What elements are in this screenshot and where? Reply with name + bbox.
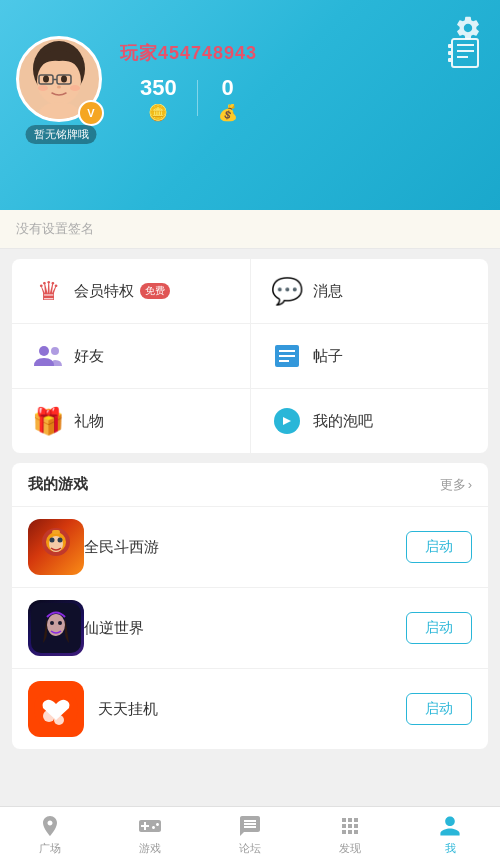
menu-row-2: 好友 帖子 (12, 324, 488, 389)
message-label: 消息 (313, 282, 343, 301)
svg-point-19 (51, 347, 59, 355)
signature-bar[interactable]: 没有设置签名 (0, 210, 500, 249)
menu-card: ♛ 会员特权 免费 💬 消息 好友 (12, 259, 488, 453)
menu-item-friends[interactable]: 好友 (12, 324, 250, 388)
game2-thumb (28, 600, 84, 656)
money-icon: 💰 (218, 103, 238, 122)
svg-point-38 (54, 715, 64, 725)
svg-point-10 (39, 102, 79, 119)
coin-icon: 🪙 (148, 103, 168, 122)
game-item-2: 仙逆世界 启动 (12, 588, 488, 669)
friends-icon (32, 340, 64, 372)
game-item-1: 全民斗西游 启动 (12, 507, 488, 588)
games-title: 我的游戏 (28, 475, 88, 494)
game1-thumb (28, 519, 84, 575)
game3-launch-btn[interactable]: 启动 (406, 693, 472, 725)
signature-text: 没有设置签名 (16, 221, 94, 236)
game-item-3: m 天天挂机 启动 (12, 669, 488, 749)
games-section: 我的游戏 更多 › 全民斗西游 启动 (12, 463, 488, 749)
stats-row: 350 🪙 0 💰 (120, 75, 484, 122)
username: 玩家454748943 (120, 41, 484, 65)
gift-icon: 🎁 (32, 405, 64, 437)
nav-item-plaza[interactable]: 广场 (0, 807, 100, 862)
svg-point-5 (43, 76, 49, 83)
chat-icon: 💬 (271, 275, 303, 307)
vip-badge: V (78, 100, 104, 126)
menu-item-message[interactable]: 💬 消息 (250, 259, 489, 323)
svg-rect-17 (448, 58, 453, 62)
svg-rect-31 (52, 530, 60, 534)
game1-launch-btn[interactable]: 启动 (406, 531, 472, 563)
free-badge: 免费 (140, 283, 170, 299)
posts-icon (271, 340, 303, 372)
svg-point-9 (70, 85, 80, 91)
svg-rect-16 (448, 51, 453, 55)
menu-row-1: ♛ 会员特权 免费 💬 消息 (12, 259, 488, 324)
menu-item-posts[interactable]: 帖子 (250, 324, 489, 388)
game2-name: 仙逆世界 (84, 619, 406, 638)
nav-forum-label: 论坛 (239, 841, 261, 856)
friends-label: 好友 (74, 347, 104, 366)
nav-plaza-label: 广场 (39, 841, 61, 856)
vip-label: 会员特权 (74, 282, 134, 301)
game1-name: 全民斗西游 (84, 538, 406, 557)
coins-stat: 350 🪙 (120, 75, 197, 122)
crown-icon: ♛ (32, 275, 64, 307)
more-link[interactable]: 更多 › (440, 476, 472, 494)
money-stat: 0 💰 (198, 75, 258, 122)
menu-item-vip[interactable]: ♛ 会员特权 免费 (12, 259, 250, 323)
svg-point-7 (57, 86, 61, 89)
no-badge-label: 暂无铭牌哦 (26, 125, 97, 144)
svg-rect-11 (452, 39, 478, 67)
svg-point-35 (58, 621, 62, 625)
bubble-icon (271, 405, 303, 437)
svg-rect-15 (448, 44, 453, 48)
games-header: 我的游戏 更多 › (12, 463, 488, 507)
svg-point-6 (61, 76, 67, 83)
nav-me-label: 我 (445, 841, 456, 856)
nav-item-discover[interactable]: 发现 (300, 807, 400, 862)
address-book-icon[interactable] (448, 37, 484, 69)
game3-name: 天天挂机 (98, 700, 406, 719)
avatar-wrap[interactable]: V 暂无铭牌哦 (16, 36, 106, 126)
svg-point-29 (50, 538, 55, 543)
svg-point-18 (39, 346, 49, 356)
nav-games-label: 游戏 (139, 841, 161, 856)
game2-launch-btn[interactable]: 启动 (406, 612, 472, 644)
svg-point-8 (38, 85, 48, 91)
posts-label: 帖子 (313, 347, 343, 366)
svg-text:m: m (47, 720, 54, 729)
profile-row: V 暂无铭牌哦 玩家454748943 (16, 0, 484, 126)
header: V 暂无铭牌哦 玩家454748943 (0, 0, 500, 210)
menu-row-3: 🎁 礼物 我的泡吧 (12, 389, 488, 453)
svg-point-30 (58, 538, 63, 543)
svg-point-34 (50, 621, 54, 625)
menu-item-gift[interactable]: 🎁 礼物 (12, 389, 250, 453)
gift-label: 礼物 (74, 412, 104, 431)
nav-discover-label: 发现 (339, 841, 361, 856)
nav-item-games[interactable]: 游戏 (100, 807, 200, 862)
bottom-nav: 广场 游戏 论坛 发现 我 (0, 806, 500, 862)
nav-item-me[interactable]: 我 (400, 807, 500, 862)
game3-thumb: m (28, 681, 84, 737)
menu-item-bubble[interactable]: 我的泡吧 (250, 389, 489, 453)
bubble-label: 我的泡吧 (313, 412, 373, 431)
nav-item-forum[interactable]: 论坛 (200, 807, 300, 862)
